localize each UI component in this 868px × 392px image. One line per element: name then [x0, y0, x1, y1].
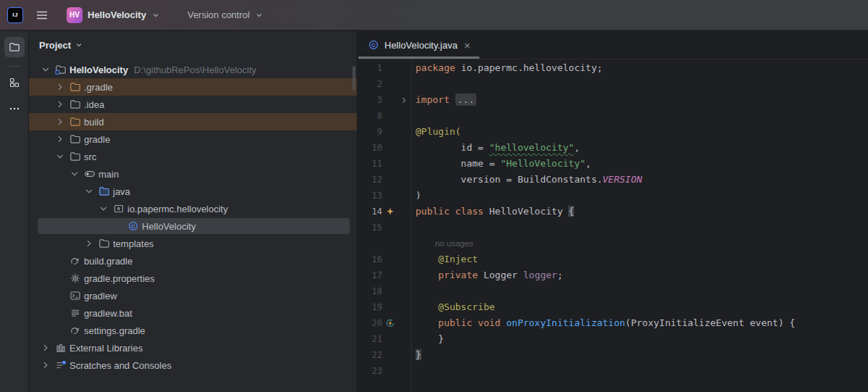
main-menu-button[interactable]: [29, 4, 55, 26]
project-widget[interactable]: HV HelloVelocity: [61, 4, 166, 26]
gutter-spacer: [382, 76, 398, 92]
tree-item-gradle-properties[interactable]: gradle.properties: [29, 270, 357, 287]
code-token: (ProxyInitializeEvent event) {: [625, 317, 796, 328]
gutter-spacer: [398, 140, 410, 156]
code-line-text[interactable]: import ...: [411, 92, 476, 108]
code-line: no usages: [358, 235, 868, 251]
code-line: 16 @Inject: [358, 251, 868, 267]
code-token: no usages: [435, 239, 473, 248]
gutter-spacer: [382, 156, 398, 172]
tree-item-gradle[interactable]: gradle: [29, 130, 357, 148]
line-number[interactable]: 15: [358, 220, 382, 235]
intellij-logo-icon[interactable]: IJ: [7, 7, 23, 23]
tree-item-gradle[interactable]: .gradle: [29, 78, 357, 96]
inlay-hint[interactable]: no usages: [411, 235, 473, 251]
tree-item-build[interactable]: build: [29, 113, 357, 130]
line-number[interactable]: 10: [358, 140, 382, 156]
gutter-spacer: [398, 267, 410, 283]
tree-item-hellovelocity[interactable]: CHelloVelocity: [29, 217, 357, 235]
chevron-down-icon[interactable]: [55, 151, 69, 162]
tree-item-external-libraries[interactable]: External Libraries: [29, 339, 357, 356]
line-number[interactable]: 12: [358, 172, 382, 188]
tree-item-settings-gradle[interactable]: settings.gradle: [29, 322, 357, 339]
chevron-right-icon[interactable]: [41, 343, 55, 353]
line-number[interactable]: 22: [358, 347, 382, 363]
chevron-right-icon[interactable]: [55, 82, 69, 92]
code-line-text[interactable]: package io.papermc.hellovelocity;: [411, 60, 602, 76]
code-line-text[interactable]: @Plugin(: [411, 124, 461, 140]
close-icon[interactable]: ×: [463, 40, 472, 51]
tree-item-idea[interactable]: .idea: [29, 96, 357, 113]
project-view-header[interactable]: Project: [29, 31, 357, 59]
line-number[interactable]: 3: [358, 92, 382, 108]
tree-item-io-papermc-hellovelocity[interactable]: io.papermc.hellovelocity: [29, 200, 357, 217]
line-number[interactable]: 11: [358, 156, 382, 172]
code-line-text[interactable]: @Inject: [411, 251, 478, 267]
tree-item-src[interactable]: src: [29, 148, 357, 165]
code-token: private: [438, 270, 484, 280]
gutter-spacer: [382, 347, 398, 363]
code-line-text[interactable]: public class HelloVelocity {: [411, 204, 574, 220]
editor-gutter: [358, 235, 411, 251]
tool-window-structure-button[interactable]: [4, 72, 25, 93]
chevron-right-icon[interactable]: [41, 360, 55, 370]
line-number[interactable]: 19: [358, 299, 382, 315]
line-number[interactable]: 13: [358, 188, 382, 204]
line-number[interactable]: 23: [358, 363, 382, 379]
code-token: import: [416, 94, 455, 105]
line-number[interactable]: 8: [358, 108, 382, 124]
chevron-right-icon[interactable]: [55, 99, 69, 109]
editor-gutter: 16: [358, 251, 411, 267]
code-line-text[interactable]: version = BuildConstants.VERSION: [411, 172, 642, 188]
code-line-text[interactable]: public void onProxyInitialization(ProxyI…: [411, 315, 795, 331]
code-line-text[interactable]: private Logger logger;: [411, 267, 563, 283]
tree-scrollbar[interactable]: [353, 66, 355, 91]
code-line: 9@Plugin(: [358, 124, 868, 140]
vcs-widget[interactable]: Version control: [172, 4, 269, 26]
tool-window-more-button[interactable]: [4, 99, 25, 119]
gutter-spacer: [398, 60, 410, 76]
code-line-text[interactable]: id = "hellovelocity",: [411, 140, 580, 156]
tool-window-project-button[interactable]: [4, 37, 25, 57]
plugin-gutter-icon[interactable]: [382, 204, 398, 220]
line-number[interactable]: 9: [358, 124, 382, 140]
code-line-text[interactable]: }: [411, 331, 444, 347]
code-line: 22}: [358, 347, 868, 363]
chevron-right-icon[interactable]: [84, 238, 98, 249]
code-line-text[interactable]: }: [411, 347, 421, 363]
chevron-down-icon[interactable]: [84, 186, 98, 196]
folder-ex-icon: [69, 81, 81, 93]
chevron-right-icon[interactable]: [55, 134, 69, 144]
tree-item-scratches-and-consoles[interactable]: Scratches and Consoles: [29, 356, 357, 374]
tree-item-templates[interactable]: templates: [29, 235, 357, 252]
editor-gutter: 10: [358, 140, 411, 156]
tree-item-main[interactable]: main: [29, 165, 357, 183]
code-line-text[interactable]: @Subscribe: [411, 299, 495, 315]
java-class-icon: C: [368, 39, 379, 51]
tree-item-gradlew-bat[interactable]: gradlew.bat: [29, 304, 357, 322]
tree-item-hellovelocity[interactable]: HelloVelocityD:\githubRePos\HelloVelocit…: [29, 61, 357, 78]
code-line-text[interactable]: name = "HelloVelocity",: [411, 156, 591, 172]
chevron-down-icon[interactable]: [41, 64, 55, 75]
chevron-right-icon[interactable]: [55, 117, 69, 127]
editor-gutter: 19: [358, 299, 411, 315]
code-line-text[interactable]: ): [411, 188, 421, 204]
tree-item-gradlew[interactable]: gradlew: [29, 287, 357, 304]
tree-item-build-gradle[interactable]: build.gradle: [29, 252, 357, 270]
event-listener-gutter-icon[interactable]: [382, 315, 398, 331]
fold-arrow-icon[interactable]: [398, 92, 410, 108]
line-number[interactable]: 14: [358, 204, 382, 220]
line-number[interactable]: 16: [358, 251, 382, 267]
line-number[interactable]: 21: [358, 331, 382, 347]
line-number[interactable]: 2: [358, 76, 382, 92]
tree-item-java[interactable]: java: [29, 183, 357, 200]
line-number[interactable]: 1: [358, 60, 382, 76]
line-number[interactable]: 20: [358, 315, 382, 331]
code-token: ...: [455, 93, 476, 106]
line-number[interactable]: 17: [358, 267, 382, 283]
line-number[interactable]: 18: [358, 283, 382, 299]
editor-tab-hellovelocity[interactable]: C HelloVelocity.java ×: [358, 31, 479, 59]
chevron-down-icon[interactable]: [69, 169, 84, 179]
chevron-down-icon[interactable]: [98, 204, 113, 214]
code-editor[interactable]: 1package io.papermc.hellovelocity;23impo…: [358, 60, 868, 392]
